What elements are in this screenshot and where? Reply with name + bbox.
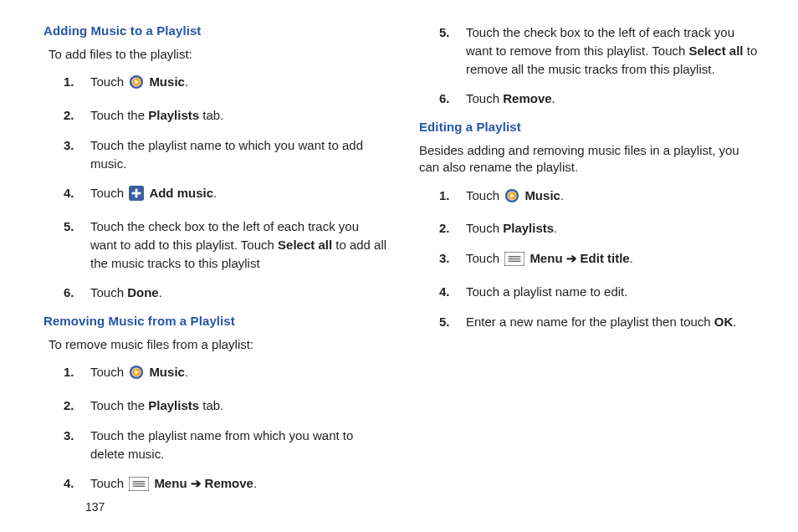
intro-editing: Besides adding and removing music files … [419,142,763,176]
manual-page: Adding Music to a Playlist To add files … [0,0,798,532]
step-text: Touch [90,285,127,299]
step-bold: Music [524,188,560,202]
step-bold: Edit title [581,251,630,265]
step-post: . [560,188,564,202]
step: Touch Remove. [419,90,763,108]
music-play-icon [504,188,519,208]
step-text: Touch [466,221,503,235]
step-text: Touch [466,188,503,202]
step: Touch the playlist name from which you w… [43,427,387,463]
step-bold: Done [127,285,159,299]
step-text: Touch the [90,108,148,122]
step-bold: Playlists [148,398,199,412]
music-play-icon [129,365,144,385]
step-text: Enter a new name for the playlist then t… [466,315,714,329]
step-bold: Playlists [148,108,199,122]
step: Touch Add music. [43,184,387,206]
step-text: Touch [466,251,503,265]
step-bold: Remove [503,91,551,105]
menu-bars-icon [129,477,149,496]
heading-adding-music: Adding Music to a Playlist [43,23,387,38]
step: Touch Playlists. [419,219,763,238]
heading-editing-playlist: Editing a Playlist [419,120,763,134]
intro-removing: To remove music files from a playlist: [49,336,387,353]
step-text: Touch [90,74,127,89]
step-post: . [630,251,633,265]
left-column: Adding Music to a Playlist To add files … [43,23,387,524]
step-post: . [185,365,188,379]
step-post: . [733,315,736,329]
step-post: . [185,74,188,89]
arrow-icon: ➔ [191,476,202,490]
steps-editing: Touch Music. Touch Playlists. Touch Menu… [419,187,763,331]
step-bold: Menu [529,251,562,265]
step-bold: Music [149,365,185,379]
step: Touch Music. [419,187,763,208]
step-post: . [253,476,257,490]
steps-adding: Touch Music. Touch the Playlists tab. To… [43,73,387,302]
step: Touch the check box to the left of each … [43,217,387,272]
arrow-icon: ➔ [566,251,577,265]
step-text: Touch [466,91,503,105]
music-play-icon [129,74,144,95]
step-bold: Playlists [503,221,554,235]
step: Touch a playlist name to edit. [419,283,763,301]
step: Touch the Playlists tab. [43,106,387,125]
step-text: Touch a playlist name to edit. [466,284,627,299]
step-post: . [159,285,162,299]
step: Touch Menu➔Remove. [43,474,387,496]
step-post: tab. [199,398,223,412]
steps-removing: Touch Music. Touch the Playlists tab. To… [43,363,387,496]
intro-adding: To add files to the playlist: [49,46,387,63]
step: Touch Music. [43,73,387,95]
step-bold: Select all [689,43,744,58]
step-post: . [554,221,557,235]
step-post: . [552,91,555,105]
step: Touch Menu➔Edit title. [419,249,763,271]
step-bold: Select all [278,238,332,252]
step: Touch Done. [43,284,387,302]
heading-removing-music: Removing Music from a Playlist [43,314,387,328]
step-text: Touch the playlist name from which you w… [90,428,353,461]
step: Touch Music. [43,363,387,385]
step-text: Touch the playlist name to which you wan… [90,138,363,171]
step-post: . [213,186,217,200]
step-text: Touch the [90,398,148,412]
step-text: Touch [90,186,127,200]
step-bold: Music [149,74,185,89]
step: Touch the check box to the left of each … [419,23,763,78]
step-bold: Remove [205,476,253,490]
step-text: Touch [90,365,127,379]
menu-bars-icon [504,252,524,271]
step: Touch the playlist name to which you wan… [43,136,387,173]
step-post: tab. [199,108,223,122]
right-column: Touch the check box to the left of each … [419,23,763,524]
step-bold: Menu [154,476,187,490]
step-text: Touch [90,476,127,490]
steps-removing-cont: Touch the check box to the left of each … [419,23,763,108]
step-bold: OK [714,315,734,329]
step-bold: Add music [149,186,213,200]
page-number: 137 [85,500,105,514]
add-plus-icon [129,186,144,206]
step: Enter a new name for the playlist then t… [419,313,763,331]
step: Touch the Playlists tab. [43,396,387,415]
